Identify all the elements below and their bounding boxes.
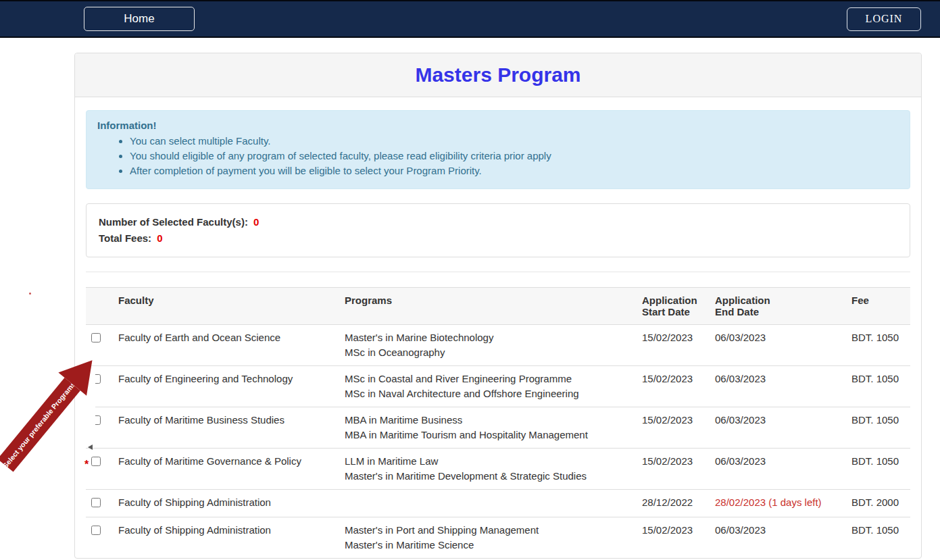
fee-cell: BDT. 1050 xyxy=(846,366,910,407)
end-date-value: 06/03/2023 xyxy=(715,524,766,536)
masters-program-panel: Masters Program Information! You can sel… xyxy=(74,53,922,559)
arrow-shaft: Select your preferable Programs xyxy=(0,378,80,472)
page-title: Masters Program xyxy=(86,63,910,86)
home-button[interactable]: Home xyxy=(84,7,195,31)
header-application-start-date: Application Start Date xyxy=(637,288,710,325)
total-fees-label: Total Fees: xyxy=(99,232,151,244)
information-alert-title: Information! xyxy=(97,120,899,131)
panel-heading: Masters Program xyxy=(75,53,921,97)
programs-cell: LLM in Maritime LawMaster's in Maritime … xyxy=(339,449,637,490)
start-date-cell: 15/02/2023 xyxy=(637,407,710,449)
faculty-select-checkbox[interactable] xyxy=(91,457,101,466)
fee-cell: BDT. 2000 xyxy=(846,490,910,517)
table-row: Faculty of Shipping AdministrationMaster… xyxy=(86,517,910,559)
faculty-select-checkbox[interactable] xyxy=(91,333,101,342)
programs-cell: Master's in Port and Shipping Management… xyxy=(339,517,637,559)
program-name: MBA in Maritime Tourism and Hospitality … xyxy=(345,428,631,442)
faculty-name-cell: Faculty of Earth and Ocean Science xyxy=(113,325,339,366)
programs-cell: Master's in Marine BiotechnologyMSc in O… xyxy=(339,325,637,366)
information-bullet: You can select multiple Faculty. xyxy=(130,134,899,149)
program-name: LLM in Maritime Law xyxy=(345,454,631,469)
start-date-cell: 15/02/2023 xyxy=(637,517,710,559)
header-programs: Programs xyxy=(339,288,637,325)
row-select-cell xyxy=(86,490,113,517)
faculty-table-body: Faculty of Earth and Ocean ScienceMaster… xyxy=(86,325,910,559)
selected-faculty-label: Number of Selected Faculty(s): xyxy=(99,216,248,228)
programs-cell: MBA in Maritime BusinessMBA in Maritime … xyxy=(339,407,637,449)
programs-cell xyxy=(339,490,637,517)
faculty-name-cell: Faculty of Shipping Administration xyxy=(113,517,339,559)
fee-cell: BDT. 1050 xyxy=(846,449,910,490)
login-button[interactable]: LOGIN xyxy=(847,7,921,31)
program-name: Master's in Marine Biotechnology xyxy=(345,330,631,345)
end-date-value: 06/03/2023 xyxy=(715,414,766,426)
program-name: MSc in Naval Architecture and Offshore E… xyxy=(345,386,631,401)
row-select-cell xyxy=(86,449,113,490)
faculty-name-cell: Faculty of Engineering and Technology xyxy=(113,366,339,407)
end-date-value: 06/03/2023 xyxy=(715,373,766,384)
end-date-cell: 28/02/2023 (1 days left) xyxy=(710,490,846,517)
selected-faculty-count: 0 xyxy=(253,216,259,228)
program-name: Master's in Port and Shipping Management xyxy=(345,523,631,538)
table-row: Faculty of Maritime Business StudiesMBA … xyxy=(86,407,910,449)
end-date-value: 06/03/2023 xyxy=(715,455,766,467)
faculty-name-cell: Faculty of Shipping Administration xyxy=(113,490,339,517)
total-fees-line: Total Fees: 0 xyxy=(99,230,897,247)
program-name: MSc in Oceanography xyxy=(345,345,631,360)
end-date-cell: 06/03/2023 xyxy=(710,407,846,449)
selected-faculty-line: Number of Selected Faculty(s): 0 xyxy=(99,214,897,230)
section-divider xyxy=(86,272,910,272)
stray-red-dot xyxy=(29,292,31,295)
faculty-name-cell: Faculty of Maritime Governance & Policy xyxy=(113,449,339,490)
faculty-name-cell: Faculty of Maritime Business Studies xyxy=(113,407,339,449)
end-date-cell: 06/03/2023 xyxy=(710,325,846,366)
start-date-cell: 15/02/2023 xyxy=(637,325,710,366)
arrow-label: Select your preferable Programs xyxy=(1,380,76,469)
header-fee: Fee xyxy=(846,288,910,325)
required-asterisk: * xyxy=(84,459,89,471)
table-row: Faculty of Shipping Administration28/12/… xyxy=(86,490,910,517)
end-date-cell: 06/03/2023 xyxy=(710,366,846,407)
table-row: Faculty of Earth and Ocean ScienceMaster… xyxy=(86,325,910,366)
start-date-cell: 28/12/2022 xyxy=(637,490,710,517)
header-application-end-date: Application End Date xyxy=(710,288,846,325)
header-row: Faculty Programs Application Start Date … xyxy=(86,288,910,325)
fee-cell: BDT. 1050 xyxy=(846,407,910,449)
end-date-value: 06/03/2023 xyxy=(715,332,766,343)
total-fees-value: 0 xyxy=(157,232,162,244)
information-bullet-list: You can select multiple Faculty. You sho… xyxy=(97,134,899,178)
table-row: Faculty of Engineering and TechnologyMSc… xyxy=(86,366,910,407)
faculty-table-head: Faculty Programs Application Start Date … xyxy=(86,288,910,325)
start-date-cell: 15/02/2023 xyxy=(637,449,710,490)
header-faculty: Faculty xyxy=(113,288,339,325)
top-navbar: Home LOGIN xyxy=(0,0,940,38)
end-date-cell: 06/03/2023 xyxy=(710,517,846,559)
faculty-table: Faculty Programs Application Start Date … xyxy=(86,287,910,558)
fee-cell: BDT. 1050 xyxy=(846,517,910,559)
information-bullet: You should eligible of any program of se… xyxy=(130,149,899,163)
table-row: Faculty of Maritime Governance & PolicyL… xyxy=(86,449,910,490)
program-name: MBA in Maritime Business xyxy=(345,413,631,428)
selection-summary-box: Number of Selected Faculty(s): 0 Total F… xyxy=(86,203,910,257)
start-date-cell: 15/02/2023 xyxy=(637,366,710,407)
programs-cell: MSc in Coastal and River Engineering Pro… xyxy=(339,366,637,407)
header-select xyxy=(86,288,113,325)
end-date-value: 28/02/2023 (1 days left) xyxy=(715,497,822,508)
fee-cell: BDT. 1050 xyxy=(846,325,910,366)
information-bullet: After completion of payment you will be … xyxy=(130,163,899,178)
information-alert: Information! You can select multiple Fac… xyxy=(86,110,910,189)
panel-body: Information! You can select multiple Fac… xyxy=(75,97,921,558)
faculty-select-checkbox[interactable] xyxy=(91,498,101,507)
row-select-cell xyxy=(86,517,113,559)
program-name: Master's in Maritime Development & Strat… xyxy=(345,469,631,484)
end-date-cell: 06/03/2023 xyxy=(710,449,846,490)
program-name: Master's in Maritime Science xyxy=(345,538,631,553)
cursor-artifact xyxy=(88,444,93,450)
faculty-select-checkbox[interactable] xyxy=(91,526,101,535)
program-name: MSc in Coastal and River Engineering Pro… xyxy=(345,372,631,386)
